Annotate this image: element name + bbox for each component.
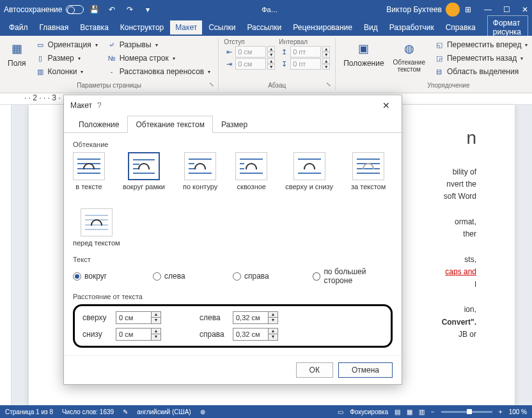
line-numbers-button[interactable]: №Номера строк▾	[104, 52, 214, 65]
tab-mailings[interactable]: Рассылки	[242, 20, 286, 35]
minimize-icon[interactable]: —	[484, 5, 492, 14]
cancel-button[interactable]: Отмена	[338, 362, 393, 378]
indent-left-input[interactable]: ⇤▲▼	[224, 46, 275, 58]
breaks-icon: ⤶	[107, 40, 117, 50]
status-page[interactable]: Страница 1 из 8	[5, 408, 53, 415]
qat-dropdown-icon[interactable]: ▾	[143, 4, 153, 15]
dist-bottom-input[interactable]: ▲▼	[116, 328, 161, 341]
wrap-square[interactable]: вокруг рамки	[123, 152, 165, 190]
tab-text-wrapping[interactable]: Обтекание текстом	[127, 116, 212, 133]
radio-right-only[interactable]: справа	[233, 267, 313, 285]
wrap-through-icon	[235, 152, 267, 180]
radio-icon	[313, 272, 320, 281]
dialog-help-icon[interactable]: ?	[92, 98, 107, 112]
orientation-button[interactable]: ▭Ориентация▾	[33, 38, 100, 51]
wrap-behind[interactable]: за текстом	[351, 152, 386, 190]
zoom-in-icon[interactable]: +	[499, 408, 503, 415]
margins-button[interactable]: ▦Поля	[5, 38, 29, 69]
text-group-label: Текст	[73, 256, 393, 263]
orientation-icon: ▭	[35, 40, 45, 50]
tab-design[interactable]: Конструктор	[115, 20, 169, 35]
avatar-icon	[446, 3, 460, 17]
status-accessibility-icon[interactable]: ⊕	[200, 408, 205, 415]
zoom-out-icon[interactable]: −	[431, 408, 435, 415]
tab-file[interactable]: Файл	[4, 20, 33, 35]
dialog-tabs: Положение Обтекание текстом Размер	[64, 116, 402, 133]
zoom-slider[interactable]	[441, 411, 492, 413]
maximize-icon[interactable]: ☐	[503, 5, 510, 14]
redo-icon[interactable]: ↷	[125, 4, 135, 15]
status-proofing-icon[interactable]: ✎	[123, 408, 128, 415]
wrap-tight[interactable]: по контуру	[183, 152, 217, 190]
status-focus[interactable]: Фокусировка	[350, 408, 388, 415]
page-setup-launcher-icon[interactable]: ⤡	[209, 81, 217, 89]
indent-right-icon: ⇥	[224, 59, 234, 69]
dist-right-input[interactable]: ▲▼	[233, 328, 278, 341]
status-word-count[interactable]: Число слов: 1639	[62, 408, 114, 415]
tab-developer[interactable]: Разработчик	[384, 20, 439, 35]
tab-home[interactable]: Главная	[35, 20, 74, 35]
ok-button[interactable]: ОК	[296, 362, 333, 378]
radio-left-only[interactable]: слева	[153, 267, 233, 285]
tab-insert[interactable]: Вставка	[75, 20, 114, 35]
focus-mode-icon[interactable]: ▭	[338, 408, 343, 415]
dialog-close-icon[interactable]: ✕	[377, 98, 395, 113]
radio-largest-only[interactable]: по большей стороне	[313, 267, 393, 285]
spacing-before-input[interactable]: ↥▲▼	[279, 46, 330, 58]
position-button[interactable]: ▣Положение	[341, 38, 386, 69]
wrap-infront[interactable]: перед текстом	[73, 208, 120, 247]
tab-review[interactable]: Рецензирование	[288, 20, 357, 35]
wrap-topbottom[interactable]: сверху и снизу	[285, 152, 333, 190]
group-paragraph-label: Абзац	[224, 82, 330, 89]
dialog-titlebar: Макет ? ✕	[64, 95, 402, 116]
zoom-level[interactable]: 100 %	[509, 408, 527, 415]
save-icon[interactable]: 💾	[89, 4, 99, 15]
close-icon[interactable]: ✕	[522, 5, 528, 14]
dist-top-label: сверху	[82, 313, 112, 322]
send-backward-button[interactable]: ◲Переместить назад▾	[432, 52, 530, 65]
toggle-icon[interactable]	[66, 5, 84, 14]
wrap-square-icon	[128, 152, 160, 180]
tab-size[interactable]: Размер	[213, 116, 256, 133]
radio-both-sides[interactable]: вокруг	[73, 267, 153, 285]
window-controls: — ☐ ✕	[484, 5, 528, 14]
wrap-text-button[interactable]: ◍Обтекание текстом	[391, 38, 428, 74]
tab-help[interactable]: Справка	[441, 20, 481, 35]
paragraph-launcher-icon[interactable]: ⤡	[326, 81, 334, 89]
indent-right-input[interactable]: ⇥▲▼	[224, 58, 275, 70]
dist-left-input[interactable]: ▲▼	[233, 311, 278, 324]
dist-top-input[interactable]: ▲▼	[116, 311, 161, 324]
statusbar: Страница 1 из 8 Число слов: 1639 ✎ англи…	[0, 405, 532, 418]
columns-button[interactable]: ▥Колонки▾	[33, 65, 100, 78]
tab-view[interactable]: Вид	[359, 20, 383, 35]
send-backward-icon: ◲	[434, 53, 444, 63]
undo-icon[interactable]: ↶	[107, 4, 117, 15]
tab-references[interactable]: Ссылки	[203, 20, 240, 35]
size-button[interactable]: ▯Размер▾	[33, 52, 100, 65]
user-account[interactable]: Виктор Бухтеев	[386, 3, 460, 17]
tab-position[interactable]: Положение	[70, 116, 127, 133]
wrap-topbottom-icon	[293, 152, 325, 180]
wrap-inline[interactable]: в тексте	[73, 152, 105, 190]
web-layout-icon[interactable]: ▥	[419, 408, 425, 415]
wrap-infront-icon	[81, 208, 113, 236]
line-numbers-icon: №	[107, 53, 117, 63]
read-mode-icon[interactable]: ▤	[395, 408, 400, 415]
breaks-button[interactable]: ⤶Разрывы▾	[104, 38, 214, 51]
print-layout-icon[interactable]: ▦	[407, 408, 412, 415]
tab-picture-format[interactable]: Формат рисунка	[487, 15, 528, 40]
dialog-body: Обтекание в тексте вокруг рамки по конту…	[64, 133, 402, 355]
status-language[interactable]: английский (США)	[137, 408, 191, 415]
spacing-after-input[interactable]: ↧▲▼	[279, 58, 330, 70]
bring-forward-button[interactable]: ◱Переместить вперед▾	[432, 38, 530, 51]
vertical-ruler[interactable]	[0, 105, 12, 405]
bring-forward-icon: ◱	[434, 40, 444, 50]
autosave-toggle[interactable]: Автосохранение	[4, 5, 84, 14]
ribbon-options-icon[interactable]: ⊞	[465, 5, 471, 14]
wrap-through[interactable]: сквозное	[235, 152, 267, 190]
tab-layout[interactable]: Макет	[170, 20, 202, 35]
spacing-before-icon: ↥	[279, 47, 289, 57]
group-arrange-label: Упорядочение	[341, 82, 532, 89]
selection-pane-button[interactable]: ⊟Область выделения	[432, 65, 530, 78]
hyphenation-button[interactable]: -Расстановка переносов▾	[104, 65, 214, 78]
